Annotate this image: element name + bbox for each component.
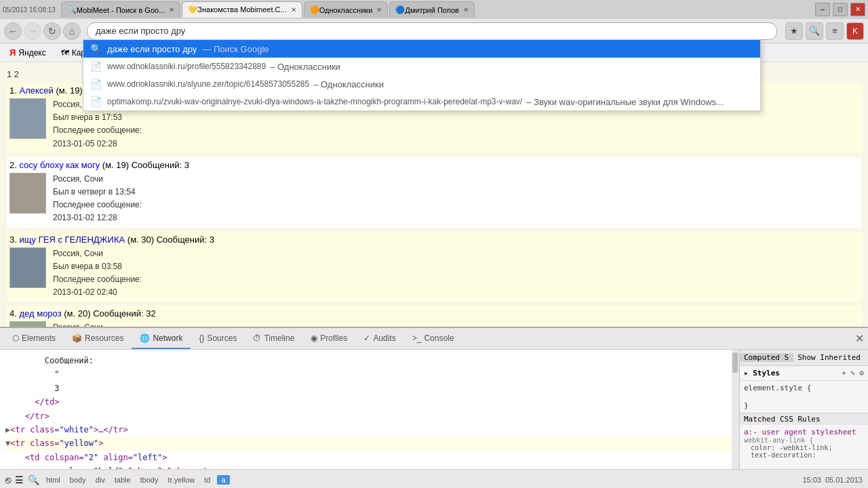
code-tag-tr-white: <tr class="white">…</tr> — [10, 423, 127, 436]
code-line-1: Сообщений: — [5, 354, 733, 367]
autocomplete-url-3[interactable]: 📄 optimakomp.ru/zvuki-wav-originalnye-zv… — [83, 93, 760, 110]
console-icon: >_ — [412, 333, 422, 343]
user-link-4[interactable]: дед мороз — [19, 308, 61, 319]
breadcrumb-body[interactable]: body — [67, 475, 89, 485]
css-selector-1: a:- user agent stylesheet — [744, 428, 864, 436]
autocomplete-url-text-3: optimakomp.ru/zvuki-wav-originalnye-zvuk… — [107, 97, 522, 106]
user-lastmsg-label-1: Последнее сообщение: — [53, 124, 142, 137]
autocomplete-search-item[interactable]: 🔍 даже если просто дру — Поиск Google — [83, 40, 760, 58]
audits-icon: ✓ — [363, 333, 370, 343]
devtools-tab-elements[interactable]: ⬡ Elements — [4, 328, 64, 349]
breadcrumb-html[interactable]: html — [43, 475, 63, 485]
tab-close-icon[interactable]: ✕ — [291, 6, 296, 14]
show-inherited-checkbox[interactable]: Show Inherited — [793, 353, 865, 362]
document-icon-3: 📄 — [90, 96, 102, 107]
code-tag-td-close: </td> — [5, 395, 59, 409]
devtools-tab-resources[interactable]: 📦 Resources — [64, 328, 132, 349]
tab-label-elements: Elements — [22, 333, 56, 343]
maximize-button[interactable]: □ — [833, 3, 848, 16]
code-tag-td: <td colspan="2" align="left"> — [5, 451, 167, 464]
computed-tab[interactable]: Computed S — [740, 353, 793, 362]
browser-tab-tab4[interactable]: 🔵 Дмитрий Попов✕ — [389, 1, 475, 18]
tab-close-icon[interactable]: ✕ — [376, 6, 382, 14]
user-lastmsg-date-1: 2013-01-05 02:28 — [53, 138, 142, 150]
code-line-value: 3 — [5, 382, 733, 395]
devtools-bottom-bar: ⎋ ☰ 🔍 html body div table tbody tr.yello… — [0, 469, 868, 488]
devtools-tab-sources[interactable]: {} Sources — [191, 328, 245, 349]
breadcrumb-a[interactable]: a — [217, 475, 229, 485]
tab-label-audits: Audits — [373, 333, 395, 343]
user-link-1[interactable]: Алексей — [19, 85, 53, 96]
tab-label-network: Network — [153, 333, 182, 343]
devtools-icon-stop[interactable]: ⎋ — [5, 474, 11, 485]
autocomplete-source-2: – Одноклассники — [313, 79, 384, 89]
user-link-2[interactable]: сосу блоху как могу — [19, 160, 100, 170]
code-scrollbar[interactable] — [732, 350, 738, 469]
user-number-4: 4. — [9, 308, 19, 319]
devtools-tab-profiles[interactable]: ◉ Profiles — [302, 328, 355, 349]
autocomplete-url-text-1: www.odnoklassniki.ru/profile/55582334288… — [107, 62, 266, 71]
breadcrumb-table[interactable]: table — [112, 475, 134, 485]
tab-label-resources: Resources — [85, 333, 123, 343]
user-avatar-2 — [9, 173, 46, 214]
back-button[interactable]: ← — [4, 22, 22, 40]
autocomplete-url-2[interactable]: 📄 www.odnoklassniki.ru/slyune.zer/topic/… — [83, 75, 760, 93]
refresh-button[interactable]: ↻ — [43, 22, 61, 40]
bookmark-yandex[interactable]: Я Яндекс — [5, 46, 50, 59]
tab-close-icon[interactable]: ✕ — [169, 6, 174, 14]
devtools-close-button[interactable]: ✕ — [855, 332, 864, 345]
code-line-tr-yellow[interactable]: ▼ <tr class="yellow"> — [5, 436, 733, 450]
bookmark-label: Яндекс — [18, 48, 45, 58]
browser-tab-tab1[interactable]: 🔍 MobiMeet - Поиск в Goo...✕ — [61, 1, 180, 18]
home-button[interactable]: ⌂ — [63, 22, 81, 40]
document-icon-2: 📄 — [90, 79, 102, 89]
close-button[interactable]: ✕ — [850, 3, 865, 16]
tab-label-console: Console — [424, 333, 454, 343]
code-content-value: 3 — [5, 382, 59, 395]
tab-favicon: 💛 — [188, 5, 197, 14]
breadcrumb-td[interactable]: td — [201, 475, 213, 485]
breadcrumb-tr-yellow[interactable]: tr.yellow — [165, 475, 197, 485]
css-prop-text-decoration: text-decoration: — [744, 451, 864, 459]
devtools-icon-menu[interactable]: ☰ — [15, 474, 24, 485]
styles-label: ▸ Styles — [744, 369, 780, 378]
autocomplete-url-1[interactable]: 📄 www.odnoklassniki.ru/profile/555823342… — [83, 58, 760, 75]
forward-button[interactable]: → — [24, 22, 41, 40]
code-content-2: " — [5, 367, 59, 381]
devtools-code-panel: Сообщений: " 3 </td> </tr> ▶ — [0, 350, 739, 469]
zoom-button[interactable]: 🔍 — [806, 22, 823, 40]
user-number-1: 1. — [9, 85, 19, 96]
devtools-tab-timeline[interactable]: ⏱ Timeline — [245, 328, 302, 349]
tab-label: Дмитрий Попов — [405, 6, 459, 14]
autocomplete-source: — Поиск Google — [202, 44, 269, 54]
devtools-tab-console[interactable]: >_ Console — [404, 328, 462, 349]
timestamp-left: 05/2013 16:08:13 — [3, 6, 56, 14]
bookmark-star-button[interactable]: ★ — [785, 22, 803, 40]
browser-tab-tab3[interactable]: 🟠 Одноклассники✕ — [304, 1, 389, 18]
user-avatar-1 — [9, 98, 46, 139]
tab-close-icon[interactable]: ✕ — [463, 6, 469, 14]
user-info-2: Россия, Сочи Был в четверг в 13:54 После… — [53, 173, 142, 225]
user-info-4: Россия, Сочи Был сегодня в 07:03 Последн… — [53, 321, 142, 327]
devtools-icon-search[interactable]: 🔍 — [28, 474, 39, 485]
resources-icon: 📦 — [72, 333, 82, 343]
styles-panel-tabs: Computed S Show Inherited — [740, 350, 868, 366]
user-body-3: Россия, Сочи Был вчера в 03:58 Последнее… — [9, 247, 859, 300]
user-entry-4: 4. дед мороз (м. 20) Сообщений: 32 Росси… — [7, 306, 861, 327]
minimize-button[interactable]: – — [815, 3, 830, 16]
devtools-tab-network[interactable]: 🌐 Network — [132, 328, 191, 349]
styles-actions[interactable]: + ✎ ⚙ — [842, 369, 864, 378]
browser-tab-tab2[interactable]: 💛 Знакомства Mobimeet.С...✕ — [182, 1, 302, 18]
settings-button[interactable]: ≡ — [826, 22, 844, 40]
user-header-3: 3. ищу ГЕЯ с ГЕЛЕНДЖИКА (м. 30) Сообщени… — [9, 235, 859, 245]
devtools-tab-audits[interactable]: ✓ Audits — [355, 328, 403, 349]
address-bar[interactable] — [87, 22, 777, 40]
code-line-tr-white[interactable]: ▶ <tr class="white">…</tr> — [5, 423, 733, 436]
breadcrumb-div[interactable]: div — [93, 475, 108, 485]
breadcrumb-tbody[interactable]: tbody — [138, 475, 161, 485]
user-location-3: Россия, Сочи — [53, 247, 142, 260]
kaspersky-button[interactable]: K — [846, 22, 864, 40]
user-lastmsg-label-3: Последнее сообщение: — [53, 273, 142, 286]
user-link-3[interactable]: ищу ГЕЯ с ГЕЛЕНДЖИКА — [19, 235, 125, 245]
tab-label: MobiMeet - Поиск в Goo... — [77, 6, 165, 14]
